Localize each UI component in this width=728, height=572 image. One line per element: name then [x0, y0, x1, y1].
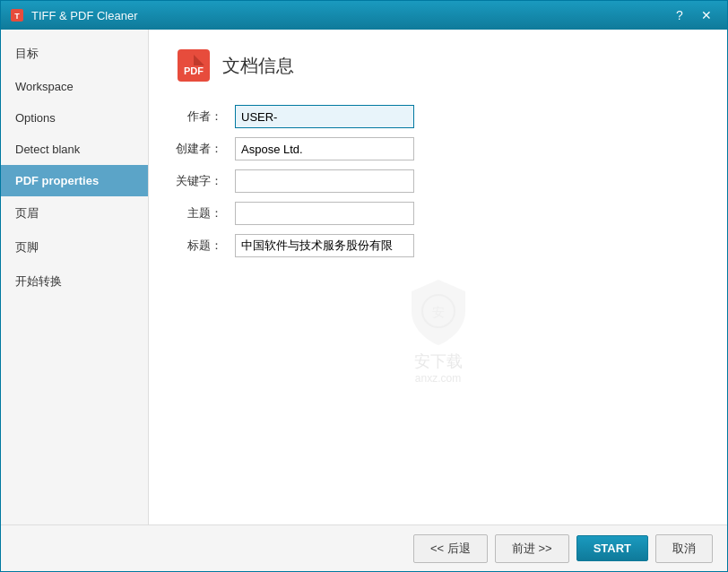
sidebar-item-start-convert[interactable]: 开始转换 — [1, 264, 148, 299]
watermark-text: 安下载 — [414, 351, 463, 372]
form-label-author: 作者： — [176, 108, 228, 125]
cancel-button[interactable]: 取消 — [655, 534, 713, 563]
window-title: TIFF & PDF Cleaner — [31, 9, 137, 22]
svg-text:安: 安 — [432, 305, 445, 319]
footer: << 后退 前进 >> START 取消 — [1, 524, 727, 571]
sidebar-item-footer[interactable]: 页脚 — [1, 230, 148, 264]
form-input-author[interactable] — [235, 105, 414, 128]
help-button[interactable]: ? — [668, 5, 691, 25]
page-title: 文档信息 — [222, 54, 294, 78]
form-label-keywords: 关键字： — [176, 173, 228, 189]
start-button[interactable]: START — [576, 535, 648, 561]
watermark: 安 安下载 anxz.com — [176, 275, 700, 385]
title-bar-left: T TIFF & PDF Cleaner — [10, 8, 137, 22]
sidebar-item-workspace[interactable]: Workspace — [1, 71, 148, 102]
content-area: 目标WorkspaceOptionsDetect blankPDF proper… — [1, 30, 727, 524]
close-button[interactable]: ✕ — [695, 5, 718, 25]
app-icon: T — [10, 8, 24, 22]
watermark-subtext: anxz.com — [415, 372, 461, 385]
title-bar-controls: ? ✕ — [668, 5, 718, 25]
sidebar-item-header[interactable]: 页眉 — [1, 196, 148, 230]
sidebar-item-target[interactable]: 目标 — [1, 37, 148, 71]
svg-text:T: T — [14, 12, 20, 21]
main-content: PDF 文档信息 作者：创建者：关键字：主题：标题： 安 安下载 anxz.co… — [149, 30, 727, 524]
sidebar-item-options[interactable]: Options — [1, 102, 148, 134]
next-button[interactable]: 前进 >> — [495, 534, 569, 563]
sidebar-item-pdf-properties[interactable]: PDF properties — [1, 165, 148, 196]
form-table: 作者：创建者：关键字：主题：标题： — [176, 105, 552, 257]
form-input-creator[interactable] — [235, 137, 414, 160]
form-label-subject: 主题： — [176, 205, 228, 221]
sidebar: 目标WorkspaceOptionsDetect blankPDF proper… — [1, 30, 149, 524]
main-window: T TIFF & PDF Cleaner ? ✕ 目标WorkspaceOpti… — [0, 0, 728, 572]
back-button[interactable]: << 后退 — [413, 534, 488, 563]
svg-point-5 — [422, 295, 455, 327]
page-header: PDF 文档信息 — [176, 48, 700, 83]
title-bar: T TIFF & PDF Cleaner ? ✕ — [1, 1, 727, 30]
form-label-title: 标题： — [176, 238, 228, 254]
form-input-title[interactable] — [235, 234, 414, 257]
pdf-icon: PDF — [176, 48, 212, 83]
form-input-keywords[interactable] — [235, 169, 414, 193]
sidebar-item-detect-blank[interactable]: Detect blank — [1, 134, 148, 165]
form-input-subject[interactable] — [235, 202, 414, 225]
svg-text:PDF: PDF — [184, 65, 204, 76]
form-label-creator: 创建者： — [176, 141, 228, 157]
